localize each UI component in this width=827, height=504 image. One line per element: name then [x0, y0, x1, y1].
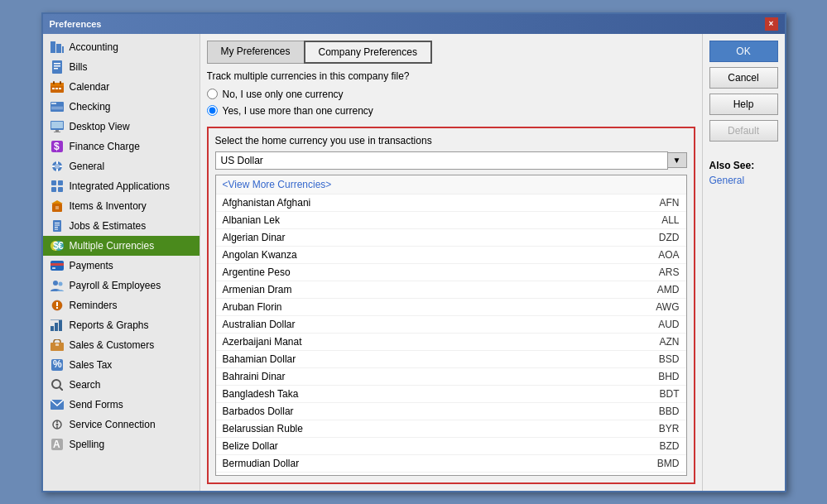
reports-graphs-icon	[50, 319, 65, 332]
default-button[interactable]: Default	[709, 120, 778, 142]
svg-rect-20	[55, 130, 59, 132]
also-see-title: Also See:	[709, 160, 778, 171]
integrated-apps-label: Integrated Applications	[70, 180, 170, 192]
currency-list-item[interactable]: Bahraini DinarBHD	[216, 368, 686, 386]
section-title: Select the home currency you use in tran…	[215, 135, 687, 146]
currency-list-item[interactable]: Barbados DollarBBD	[216, 403, 686, 420]
currency-list-item[interactable]: Armenian DramAMD	[216, 281, 686, 299]
sidebar-item-integrated-apps[interactable]: Integrated Applications	[43, 176, 200, 196]
sidebar-item-reminders[interactable]: Reminders	[43, 295, 200, 315]
currency-name: Belarussian Ruble	[223, 423, 303, 434]
sidebar-item-bills[interactable]: Bills	[43, 57, 200, 77]
preferences-dialog: Preferences × Accounting Bills Ca	[41, 12, 786, 492]
currency-dropdown[interactable]: US Dollar	[215, 151, 668, 170]
currency-code: BZD	[660, 440, 680, 452]
currency-code: BHD	[658, 371, 679, 382]
currency-list-item[interactable]: Algerian DinarDZD	[216, 229, 686, 247]
items-inventory-icon	[50, 199, 65, 213]
accounting-icon	[50, 41, 65, 54]
sidebar-item-finance-charge[interactable]: $ Finance Charge	[43, 137, 200, 156]
svg-rect-52	[56, 302, 58, 306]
currency-list-item[interactable]: Argentine PesoARS	[216, 264, 686, 281]
sidebar-item-desktop-view[interactable]: Desktop View	[43, 117, 200, 137]
svg-rect-6	[54, 68, 58, 70]
also-see-general-link[interactable]: General	[709, 175, 745, 186]
currency-name: Algerian Dinar	[223, 232, 286, 243]
radio-yes[interactable]	[207, 105, 218, 116]
title-bar: Preferences ×	[43, 14, 785, 34]
sidebar-item-multiple-currencies[interactable]: $€ Multiple Currencies	[43, 236, 200, 256]
currency-name: Bahraini Dinar	[223, 371, 286, 382]
svg-rect-41	[55, 228, 58, 229]
svg-rect-54	[50, 326, 54, 331]
currency-code: AFN	[660, 197, 680, 209]
sidebar-item-reports-graphs[interactable]: Reports & Graphs	[43, 315, 200, 335]
currency-name: Bangladesh Taka	[223, 388, 299, 400]
currency-list-item[interactable]: Azerbaijani ManatAZN	[216, 334, 686, 351]
radio-no-label: No, I use only one currency	[223, 89, 344, 100]
radio-no[interactable]	[207, 89, 218, 99]
dropdown-arrow-icon[interactable]: ▼	[668, 152, 687, 168]
currency-list-item[interactable]: Bangladesh TakaBDT	[216, 386, 686, 403]
tab-my-preferences[interactable]: My Preferences	[207, 41, 304, 64]
sidebar-item-send-forms[interactable]: Send Forms	[43, 395, 200, 415]
currency-dropdown-wrapper: US Dollar ▼	[215, 151, 687, 170]
sidebar-item-items-inventory[interactable]: Items & Inventory	[43, 196, 200, 216]
currency-list-item[interactable]: Afghanistan AfghaniAFN	[216, 194, 686, 212]
sidebar-item-calendar[interactable]: Calendar	[43, 77, 200, 97]
ok-button[interactable]: OK	[709, 41, 778, 62]
help-button[interactable]: Help	[709, 94, 778, 115]
svg-line-63	[60, 387, 63, 391]
svg-rect-33	[58, 187, 63, 192]
sidebar-item-payments[interactable]: Payments	[43, 256, 200, 276]
sidebar-item-service-connection[interactable]: Service Connection	[43, 415, 200, 434]
close-button[interactable]: ×	[765, 17, 778, 31]
sidebar-item-sales-customers[interactable]: Sales & Customers	[43, 335, 200, 355]
currency-code: BYR	[659, 423, 680, 434]
cancel-button[interactable]: Cancel	[709, 67, 778, 89]
radio-group: No, I use only one currency Yes, I use m…	[207, 89, 695, 117]
accounting-label: Accounting	[70, 41, 118, 53]
currency-list-item[interactable]: Bermudian DollarBMD	[216, 455, 686, 473]
sidebar-item-sales-tax[interactable]: % Sales Tax	[43, 355, 200, 375]
currency-list-item[interactable]: Aruban FlorinAWG	[216, 299, 686, 316]
sidebar: Accounting Bills Calendar Checking	[43, 34, 200, 491]
currency-name: Argentine Peso	[223, 266, 291, 278]
svg-rect-8	[50, 83, 64, 86]
question-text: Track multiple currencies in this compan…	[207, 70, 695, 82]
bills-label: Bills	[70, 61, 88, 73]
currency-list-item[interactable]: Angolan KwanzaAOA	[216, 247, 686, 264]
reminders-icon	[50, 299, 65, 312]
sidebar-item-general[interactable]: General	[43, 156, 200, 176]
svg-rect-4	[54, 63, 60, 65]
sidebar-item-jobs-estimates[interactable]: Jobs & Estimates	[43, 216, 200, 236]
payments-icon	[50, 259, 65, 272]
currency-name: Belize Dollar	[223, 440, 278, 452]
general-label: General	[70, 161, 105, 172]
currency-list-item[interactable]: Australian DollarAUD	[216, 316, 686, 334]
sidebar-item-payroll-employees[interactable]: Payroll & Employees	[43, 276, 200, 295]
sidebar-item-search[interactable]: Search	[43, 375, 200, 395]
svg-rect-55	[55, 323, 58, 331]
content-area: Track multiple currencies in this compan…	[207, 70, 695, 484]
currency-list-item[interactable]: Albanian LekALL	[216, 212, 686, 229]
svg-rect-39	[55, 224, 60, 225]
sidebar-item-checking[interactable]: Checking	[43, 97, 200, 117]
currency-name: Bermudian Dollar	[223, 458, 300, 469]
currency-list-item[interactable]: Bhutan NgultrumBTN	[216, 473, 686, 475]
sidebar-item-accounting[interactable]: Accounting	[43, 37, 200, 57]
svg-rect-10	[60, 81, 61, 84]
currency-list-container: <View More Currencies> Afghanistan Afgha…	[215, 175, 687, 476]
currency-list-item[interactable]: Belarussian RubleBYR	[216, 420, 686, 438]
view-more-currencies[interactable]: <View More Currencies>	[216, 175, 686, 194]
svg-rect-28	[52, 166, 55, 167]
sales-customers-icon	[50, 338, 65, 352]
currency-name: Afghanistan Afghani	[223, 197, 311, 209]
tab-company-preferences[interactable]: Company Preferences	[304, 41, 432, 64]
currency-name: Aruban Florin	[223, 301, 282, 313]
sidebar-item-spelling[interactable]: A Spelling	[43, 434, 200, 454]
svg-rect-19	[51, 122, 63, 128]
currency-list-item[interactable]: Belize DollarBZD	[216, 438, 686, 455]
svg-rect-36	[55, 206, 59, 209]
currency-list-item[interactable]: Bahamian DollarBSD	[216, 351, 686, 368]
